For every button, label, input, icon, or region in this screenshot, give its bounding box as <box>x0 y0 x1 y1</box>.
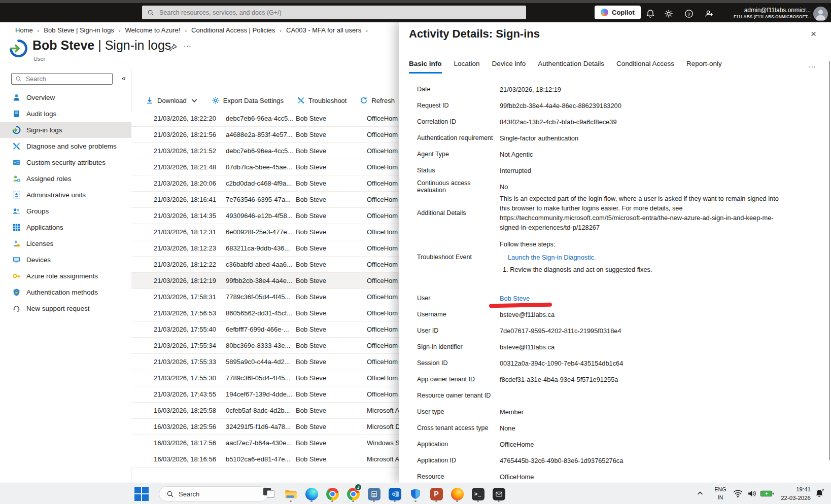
sign-in-diagnostic-link[interactable]: Launch the Sign-in Diagnostic. <box>508 254 652 261</box>
account-menu[interactable]: admin@f11labs.onmicr... F11LABS (F11LABS… <box>714 7 811 20</box>
table-row[interactable]: 21/03/2026, 18:21:48 07db7fca-5bee-45ae.… <box>131 159 399 175</box>
outlook-icon[interactable] <box>388 486 402 502</box>
sidebar-collapse-button[interactable]: « <box>122 74 126 82</box>
table-row[interactable]: 21/03/2026, 18:22:20 debc7eb6-96ea-4cc5.… <box>131 111 399 127</box>
table-row[interactable]: 21/03/2026, 17:58:31 7789c36f-05d4-4f45.… <box>131 289 399 305</box>
firefox-icon[interactable] <box>450 486 464 502</box>
refresh-icon <box>360 96 368 104</box>
file-explorer-icon[interactable] <box>284 486 298 502</box>
powerpoint-icon[interactable]: P <box>429 486 443 502</box>
settings-gear-icon[interactable] <box>664 9 674 19</box>
sidebar-item-audit-logs[interactable]: Audit logs <box>0 105 131 122</box>
sidebar-item-administrative-units[interactable]: Administrative units <box>0 187 131 203</box>
cell-date: 21/03/2026, 18:12:19 <box>154 277 224 284</box>
table-row[interactable]: 21/03/2026, 18:12:31 6e00928f-25e3-477e.… <box>131 224 399 240</box>
breadcrumb-signin-logs[interactable]: Bob Steve | Sign-in logs <box>44 26 114 34</box>
sidebar-item-licenses[interactable]: Licenses <box>0 235 131 251</box>
global-search-input[interactable] <box>158 9 521 17</box>
tray-chevron-icon[interactable] <box>696 489 704 497</box>
sidebar-item-azure-role-assignments[interactable]: Azure role assignments <box>0 268 131 284</box>
sidebar-item-diagnose[interactable]: Diagnose and solve problems <box>0 138 131 154</box>
cell-application: OfficeHom <box>367 261 399 268</box>
terminal-icon[interactable]: >_ <box>471 486 485 502</box>
table-row[interactable]: 16/03/2026, 18:25:56 324291f5-f1d6-4a78.… <box>131 419 399 435</box>
cell-request-id: 0cfeb5af-8adc-4d2b... <box>226 407 294 414</box>
table-row[interactable]: 21/03/2026, 18:16:41 7e763546-6395-47a..… <box>131 192 399 208</box>
cell-date: 21/03/2026, 17:56:53 <box>154 309 224 317</box>
sidebar-item-applications[interactable]: Applications <box>0 219 131 235</box>
table-row[interactable]: 21/03/2026, 17:55:34 80bc369e-8333-43e..… <box>131 338 399 354</box>
tab-device-info[interactable]: Device info <box>492 60 526 74</box>
tab-conditional-access[interactable]: Conditional Access <box>616 60 674 74</box>
sidebar-search-input[interactable] <box>25 75 109 83</box>
cell-user: Bob Steve <box>296 293 363 301</box>
task-view-icon[interactable] <box>263 486 277 502</box>
help-icon[interactable]: ? <box>684 9 694 19</box>
sidebar-item-devices[interactable]: Devices <box>0 251 131 268</box>
tab-basic-info[interactable]: Basic info <box>409 60 442 74</box>
table-row[interactable]: 16/03/2026, 18:25:58 0cfeb5af-8adc-4d2b.… <box>131 403 399 419</box>
chrome-icon[interactable] <box>325 486 339 502</box>
notification-bell-icon[interactable]: z <box>814 488 825 499</box>
breadcrumb-welcome[interactable]: Welcome to Azure! <box>125 26 181 34</box>
language-indicator[interactable]: ENG IN <box>711 486 730 502</box>
tab-report-only[interactable]: Report-only <box>686 60 722 74</box>
table-row[interactable]: 21/03/2026, 17:56:53 86056562-dd31-45cf.… <box>131 305 399 321</box>
start-icon[interactable] <box>134 487 149 501</box>
sidebar-item-groups[interactable]: Groups <box>0 203 131 219</box>
table-row[interactable]: 21/03/2026, 17:43:55 194cef67-139d-4dde.… <box>131 386 399 403</box>
sidebar-item-new-support-request[interactable]: New support request <box>0 300 131 316</box>
avatar[interactable] <box>813 7 828 21</box>
table-row[interactable]: 16/03/2026, 18:17:56 aacf7ec7-b64a-430e.… <box>131 435 399 451</box>
notifications-bell-icon[interactable] <box>645 9 655 19</box>
defender-icon[interactable] <box>408 486 423 502</box>
cell-request-id: 6e00928f-25e3-477e... <box>226 228 294 236</box>
clock[interactable]: 19:41 22-03-2026 <box>775 485 811 502</box>
table-row[interactable]: 21/03/2026, 18:12:23 683211ca-9ddb-436..… <box>131 240 399 257</box>
tab-location[interactable]: Location <box>454 60 480 74</box>
copilot-button[interactable]: Copilot <box>595 6 641 19</box>
sidebar-item-overview[interactable]: Overview <box>0 89 131 105</box>
cell-date: 21/03/2026, 18:12:22 <box>154 261 224 268</box>
table-row[interactable]: 21/03/2026, 17:55:33 5895a9c0-c44a-4d2..… <box>131 354 399 370</box>
cell-application: OfficeHom <box>367 277 399 284</box>
sidebar-item-custom-security-attributes[interactable]: Custom security attributes <box>0 154 131 170</box>
breadcrumb-conditional-access[interactable]: Conditional Access | Policies <box>191 26 275 34</box>
sidebar-item-sign-in-logs[interactable]: Sign-in logs <box>0 122 131 138</box>
table-row[interactable]: 21/03/2026, 17:55:30 7789c36f-05d4-4f45.… <box>131 370 399 386</box>
edge-icon[interactable] <box>304 486 319 502</box>
sidebar-item-assigned-roles[interactable]: Assigned roles <box>0 170 131 187</box>
tab-authentication-details[interactable]: Authentication Details <box>538 60 604 74</box>
sidebar-item-authentication-methods[interactable]: Authentication methods <box>0 284 131 300</box>
troubleshoot-button[interactable]: Troubleshoot <box>297 96 347 104</box>
tabs-more-button[interactable]: ... <box>809 61 816 69</box>
mail-icon[interactable] <box>492 486 506 502</box>
table-row[interactable]: 21/03/2026, 18:20:06 c2bd0dad-c468-4f9a.… <box>131 175 399 192</box>
table-row[interactable]: 16/03/2026, 18:16:56 b5102ca6-ed81-47e..… <box>131 451 399 467</box>
export-data-settings-button[interactable]: Export Data Settings <box>212 96 284 104</box>
breadcrumb-home[interactable]: Home <box>15 26 33 34</box>
sidebar-search[interactable] <box>11 73 113 85</box>
pin-icon[interactable] <box>168 43 178 52</box>
global-search[interactable] <box>142 6 526 19</box>
refresh-button[interactable]: Refresh <box>360 96 395 104</box>
chrome-profile-icon[interactable]: J <box>346 486 360 502</box>
feedback-icon[interactable] <box>704 9 714 19</box>
taskbar-search[interactable]: Search <box>159 486 268 501</box>
table-row[interactable]: 21/03/2026, 18:12:19 99fbb2cb-38e4-4a4e.… <box>131 273 399 289</box>
battery-icon[interactable] <box>760 489 774 498</box>
table-row[interactable]: 21/03/2026, 18:14:35 49309646-e12b-4f58.… <box>131 208 399 224</box>
table-row[interactable]: 21/03/2026, 17:55:40 6efbfff7-699d-466e-… <box>131 321 399 338</box>
breadcrumb-ca003[interactable]: CA003 - MFA for all users <box>286 26 361 34</box>
field-label: Application ID <box>417 457 500 464</box>
close-icon[interactable]: × <box>811 28 816 40</box>
panel-scrollbar[interactable] <box>829 61 830 460</box>
download-button[interactable]: Download <box>146 96 198 104</box>
table-row[interactable]: 21/03/2026, 18:21:52 debc7eb6-96ea-4cc5.… <box>131 143 399 159</box>
table-row[interactable]: 21/03/2026, 18:21:56 a4688e2a-853f-4e57.… <box>131 127 399 143</box>
volume-icon[interactable] <box>747 489 757 498</box>
table-row[interactable]: 21/03/2026, 18:12:22 c36babfd-abed-4aa6.… <box>131 257 399 273</box>
page-more-button[interactable]: ... <box>184 40 192 48</box>
wifi-icon[interactable] <box>733 489 743 498</box>
calculator-icon[interactable] <box>367 486 381 502</box>
